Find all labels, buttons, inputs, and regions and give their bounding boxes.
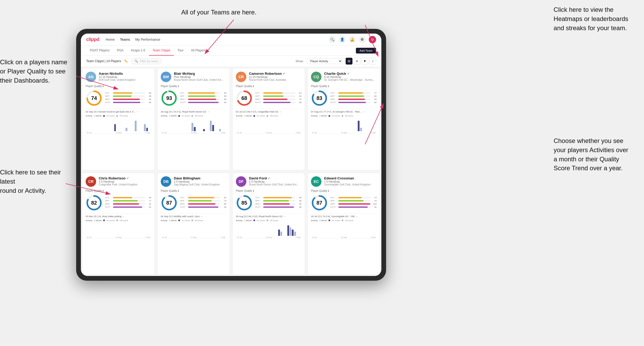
nav-item-teams[interactable]: Teams: [120, 38, 130, 41]
list-view-button[interactable]: ≡: [354, 58, 360, 65]
activity-section: Activity · 1 Month On course Off course …: [86, 115, 151, 134]
player-card[interactable]: AN Aaron Nicholls 11-15 Handicap Drift G…: [82, 68, 155, 170]
quality-section[interactable]: 93 OTT 84 APP 85 ARG 88 PUTT: [161, 90, 226, 107]
nav-item-myperformance[interactable]: My Performance: [135, 38, 160, 41]
nav-logo[interactable]: clippd: [86, 37, 99, 42]
player-card[interactable]: BM Blair McHarg Plus Handicap Royal Nort…: [157, 68, 230, 170]
latest-round[interactable]: 02 Jul 23 | 59 (+17), Craigmillar Park G…: [236, 109, 302, 113]
player-name[interactable]: Blair McHarg: [174, 72, 226, 76]
chart-container: 31 Jul21 Aug4 Sep: [236, 223, 302, 238]
bar-fill: [263, 95, 283, 97]
player-name[interactable]: David Ford ✔: [249, 176, 302, 180]
search-icon[interactable]: 🔍: [329, 36, 336, 43]
tab-tour[interactable]: Tour: [174, 46, 187, 56]
player-avatar[interactable]: CR: [86, 176, 96, 187]
quality-circle[interactable]: 68: [236, 90, 253, 107]
tab-team-clippd[interactable]: Team Clippd: [149, 46, 174, 56]
bar-fill: [338, 99, 365, 100]
player-name[interactable]: Charlie Quick ✔: [324, 72, 377, 76]
player-card[interactable]: CR Cameron Robertson ✔ 11-15 Handicap Ro…: [232, 68, 305, 170]
bar-track: [188, 206, 220, 208]
stat-value: 96: [296, 206, 302, 208]
quality-section[interactable]: 74 OTT 60 APP 58 ARG 84 PUTT: [86, 90, 151, 107]
stat-bar-row: PUTT 85: [255, 101, 302, 104]
quality-section[interactable]: 85 OTT 89 APP 80 ARG 83 PUTT: [236, 194, 302, 211]
quality-circle[interactable]: 85: [236, 194, 253, 211]
player-name[interactable]: Edward Crossman: [324, 176, 377, 180]
stat-label: APP: [330, 95, 337, 97]
player-name[interactable]: Chris Robertson ✔: [99, 176, 151, 180]
filter-button[interactable]: ▼: [361, 58, 368, 65]
bar-fill: [113, 203, 139, 205]
player-card[interactable]: CQ Charlie Quick ✔ 6-10 Handicap St. Geo…: [308, 68, 380, 170]
latest-round[interactable]: 18 Jul 23 | 74 (+4), Sunningdale GC - Ol…: [311, 213, 377, 218]
verified-icon: ✔: [127, 177, 129, 180]
quality-circle[interactable]: 82: [86, 194, 102, 211]
player-avatar[interactable]: EC: [311, 176, 321, 187]
latest-round[interactable]: 02 Sep 23 | Sunset round to get back int…: [86, 109, 151, 113]
chart-bar: [294, 232, 296, 236]
latest-round[interactable]: 26 Aug 23 | 73 (+1), Royal North Devon G…: [161, 109, 226, 113]
off-course-dot: [191, 115, 193, 117]
player-card[interactable]: CR Chris Robertson ✔ 1-5 Handicap Craigm…: [82, 173, 155, 275]
search-box[interactable]: 🔍 Filter by name: [131, 58, 162, 64]
on-course-dot: [178, 115, 180, 117]
quality-section[interactable]: 87 OTT 82 APP 74 ARG 85 PUTT: [161, 194, 226, 211]
player-avatar[interactable]: AN: [86, 72, 96, 82]
stat-label: OTT: [255, 196, 262, 199]
player-avatar[interactable]: CR: [236, 72, 246, 82]
activity-title: Activity · 1 Month: [311, 115, 327, 117]
player-card[interactable]: EC Edward Crossman 1-5 Handicap Sunningd…: [308, 173, 380, 275]
quality-section[interactable]: 82 OTT 60 APP 77 ARG 81 PUTT: [86, 194, 151, 211]
player-name[interactable]: Cameron Robertson ✔: [249, 72, 302, 76]
quality-section[interactable]: 87 OTT 73 APP 79 ARG 103 PUTT: [311, 194, 377, 211]
quality-circle[interactable]: 87: [161, 194, 178, 211]
activity-header: Activity · 1 Month On course Off course: [86, 219, 151, 222]
chart-bar: [219, 129, 221, 131]
player-avatar[interactable]: DB: [161, 176, 171, 187]
latest-round[interactable]: 04 Sep 23 | Mobility with coach, Gym →: [161, 213, 226, 218]
player-name[interactable]: Aaron Nicholls: [99, 72, 151, 76]
player-avatar[interactable]: BM: [161, 72, 171, 82]
tab-all-players[interactable]: All Players: [187, 46, 210, 56]
tab-pga[interactable]: PGA: [113, 46, 127, 56]
show-select[interactable]: Player Activity Quality Score Trend: [307, 58, 342, 64]
tab-pgat-players[interactable]: PGAT Players: [86, 46, 113, 56]
latest-round[interactable]: 26 Aug 23 | 84 (+12), Royal North Devon …: [236, 213, 302, 218]
chart-label: 31 Jul: [237, 236, 242, 238]
edit-icon[interactable]: ✏️: [124, 60, 128, 63]
nav-item-home[interactable]: Home: [106, 38, 115, 41]
latest-round[interactable]: 03 Mar 23 | 19, Must make putting →: [86, 213, 151, 218]
quality-section[interactable]: 83 OTT 77 APP 80 ARG 83 PUTT: [311, 90, 377, 107]
player-name[interactable]: Dave Billingham: [174, 176, 226, 180]
grid-view-button[interactable]: ⊞: [346, 58, 352, 65]
quality-section[interactable]: 68 OTT 61 APP 63 ARG 75 PUTT: [236, 90, 302, 107]
quality-circle[interactable]: 93: [161, 90, 178, 107]
quality-label: Player Quality ℹ: [311, 85, 377, 88]
chart-bars: [161, 223, 226, 236]
player-avatar[interactable]: CQ: [311, 72, 321, 82]
show-label: Show:: [295, 60, 304, 63]
quality-circle[interactable]: 83: [311, 90, 328, 107]
quality-circle[interactable]: 87: [311, 194, 328, 211]
user-avatar[interactable]: U: [369, 36, 376, 43]
stat-bar-row: OTT 82: [180, 196, 226, 199]
quality-circle[interactable]: 74: [86, 90, 102, 107]
stat-value: 83: [296, 203, 302, 205]
chart-bars: [161, 118, 226, 131]
sort-button[interactable]: ↕: [369, 58, 376, 65]
bar-fill: [263, 92, 283, 94]
player-card[interactable]: DF David Ford ✔ 1-5 Handicap Royal North…: [232, 173, 305, 275]
bell-icon[interactable]: 🔔: [349, 36, 356, 43]
player-avatar[interactable]: DF: [236, 176, 246, 187]
profile-icon[interactable]: 👤: [339, 36, 346, 43]
tab-hcaps[interactable]: Hcaps 1-5: [127, 46, 149, 56]
player-card[interactable]: DB Dave Billingham 1-5 Handicap Sag Magi…: [157, 173, 230, 275]
stat-value: 81: [146, 203, 151, 205]
stat-label: ARG: [180, 98, 187, 100]
quality-number: 68: [241, 95, 247, 101]
settings-icon[interactable]: ⚙: [359, 36, 366, 43]
latest-round[interactable]: 07 Aug 23 | 77 (+7), St George's Hill GC…: [311, 109, 377, 113]
stat-bar-row: ARG 84: [105, 98, 151, 100]
add-team-button[interactable]: Add Team: [356, 48, 376, 54]
